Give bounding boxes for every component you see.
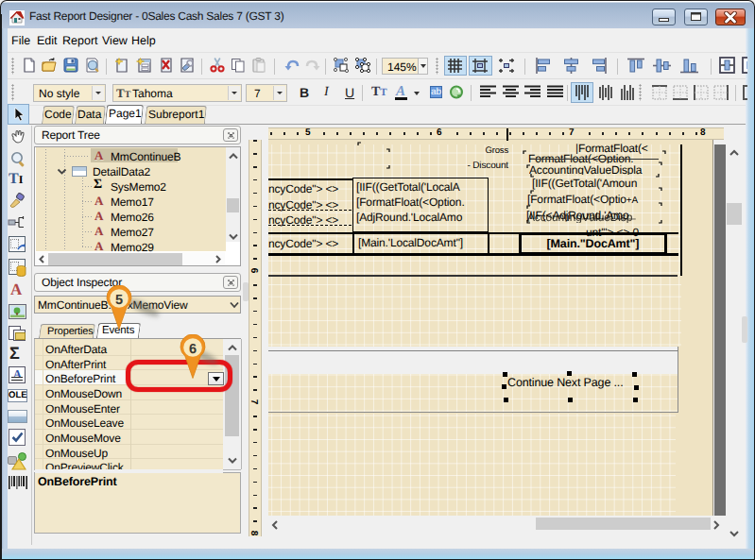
svg-text:5: 5 bbox=[115, 293, 123, 308]
svg-text:6: 6 bbox=[189, 342, 197, 357]
